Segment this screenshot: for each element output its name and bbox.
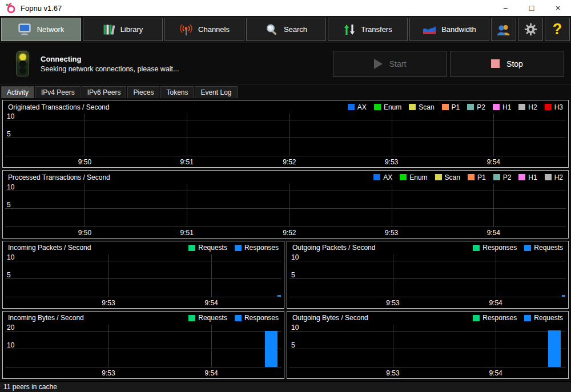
chart-bar-requests — [562, 295, 565, 296]
window-title: Fopnu v1.67 — [21, 4, 492, 13]
toolbar-button-users[interactable] — [491, 18, 516, 41]
legend-item: Responses — [473, 314, 517, 322]
legend-label: Responses — [482, 314, 517, 322]
legend-swatch — [468, 174, 475, 180]
y-axis-label: 10 — [291, 324, 299, 332]
x-axis-label: 9:53 — [386, 369, 399, 377]
legend-swatch — [400, 174, 407, 180]
start-button-label: Start — [389, 59, 407, 68]
toolbar-button-label: Transfers — [361, 25, 392, 34]
gridline-vertical — [289, 114, 290, 156]
y-axis-label: 10 — [7, 113, 14, 120]
chart-bar-requests — [548, 330, 561, 367]
legend-swatch — [409, 104, 416, 110]
library-icon — [103, 23, 115, 36]
chart-x-axis: 9:509:519:529:539:54 — [5, 156, 566, 167]
legend-swatch — [442, 104, 449, 110]
chart-legend: RequestsResponses — [188, 244, 279, 252]
legend-label: P1 — [477, 173, 486, 181]
gridline-vertical — [187, 114, 187, 156]
legend-item: Responses — [473, 244, 517, 252]
legend-item: H3 — [545, 103, 563, 111]
chart-bar-responses — [278, 295, 281, 296]
chart-legend: AXEnumScanP1P2H1H2 — [373, 173, 563, 181]
chart-plot: 105 — [5, 254, 282, 297]
start-button[interactable]: Start — [333, 51, 447, 77]
tab-tokens[interactable]: Tokens — [160, 86, 194, 98]
legend-swatch — [348, 104, 355, 110]
x-axis-label: 9:52 — [283, 229, 296, 237]
legend-label: Responses — [244, 244, 279, 252]
chart-x-axis: 9:539:54 — [5, 297, 282, 308]
legend-item: Enum — [374, 103, 401, 111]
chart-title: Outgoing Packets / Second — [292, 244, 375, 252]
legend-label: Enum — [409, 173, 427, 181]
gridline-horizontal — [5, 138, 566, 138]
toolbar-button-settings[interactable] — [518, 18, 543, 41]
toolbar-button-bandwidth[interactable]: Bandwidth — [409, 18, 489, 41]
gridline-vertical — [211, 254, 212, 297]
charts-area: Originated Transactions / SecondAXEnumSc… — [0, 98, 571, 381]
legend-item: AX — [373, 173, 392, 181]
chart-title: Incoming Packets / Second — [8, 244, 91, 252]
gridline-vertical — [187, 184, 187, 226]
tab-pieces[interactable]: Pieces — [127, 86, 159, 98]
legend-item: H2 — [518, 103, 537, 111]
minimize-button[interactable]: − — [492, 0, 518, 16]
toolbar-button-network[interactable]: Network — [1, 18, 81, 41]
chart-legend: ResponsesRequests — [473, 314, 563, 322]
status-bar: 11 peers in cache — [0, 381, 571, 392]
gridline-vertical — [108, 254, 109, 297]
play-icon — [374, 59, 383, 69]
legend-item: P2 — [493, 173, 512, 181]
gridline-vertical — [392, 114, 392, 156]
legend-item: P1 — [468, 173, 486, 181]
y-axis-label: 5 — [291, 272, 295, 279]
legend-item: P1 — [442, 103, 460, 111]
legend-label: H1 — [502, 103, 511, 111]
toolbar-button-transfers[interactable]: Transfers — [328, 18, 408, 41]
chart-panel-originated-transactions-second: Originated Transactions / SecondAXEnumSc… — [2, 100, 569, 168]
tab-ipv6-peers[interactable]: IPv6 Peers — [82, 86, 127, 98]
legend-item: AX — [348, 103, 367, 111]
toolbar-button-help[interactable]: ? — [545, 18, 570, 41]
chart-plot: 105 — [5, 114, 566, 156]
tab-ipv4-peers[interactable]: IPv4 Peers — [35, 86, 81, 98]
toolbar-button-library[interactable]: Library — [83, 18, 163, 41]
chart-legend: AXEnumScanP1P2H1H2H3 — [348, 103, 563, 111]
maximize-button[interactable]: □ — [518, 0, 545, 16]
legend-swatch — [545, 174, 552, 180]
toolbar-button-label: Channels — [198, 25, 230, 34]
tab-event-log[interactable]: Event Log — [195, 86, 237, 98]
toolbar-button-search[interactable]: Search — [246, 18, 326, 41]
x-axis-label: 9:53 — [102, 369, 115, 377]
x-axis-label: 9:54 — [487, 158, 500, 166]
tab-activity[interactable]: Activity — [1, 86, 34, 98]
legend-swatch — [188, 245, 195, 251]
x-axis-label: 9:53 — [386, 299, 399, 307]
legend-label: Requests — [534, 244, 563, 252]
close-button[interactable]: × — [545, 0, 571, 16]
gridline-horizontal — [5, 331, 282, 332]
gridline-vertical — [496, 254, 496, 297]
legend-label: Enum — [384, 103, 401, 111]
legend-label: Responses — [244, 314, 279, 322]
legend-swatch — [235, 245, 242, 251]
legend-item: H1 — [518, 173, 537, 181]
y-axis-label: 10 — [7, 254, 14, 261]
x-axis-label: 9:53 — [385, 158, 398, 166]
chart-title: Originated Transactions / Second — [8, 103, 109, 111]
transfer-arrows-icon — [343, 23, 356, 36]
gridline-vertical — [493, 114, 494, 156]
chart-x-axis: 9:509:519:529:539:54 — [5, 227, 566, 238]
users-icon — [496, 23, 511, 37]
legend-swatch — [524, 315, 531, 321]
legend-item: H1 — [493, 103, 511, 111]
legend-swatch — [374, 104, 381, 110]
gridline-horizontal — [5, 261, 282, 261]
chart-panel-outgoing-bytes-second: Outgoing Bytes / SecondResponsesRequests… — [287, 311, 569, 379]
stop-button[interactable]: Stop — [450, 51, 564, 77]
traffic-light-icon — [16, 51, 29, 76]
legend-swatch — [518, 104, 525, 110]
toolbar-button-channels[interactable]: Channels — [164, 18, 244, 41]
